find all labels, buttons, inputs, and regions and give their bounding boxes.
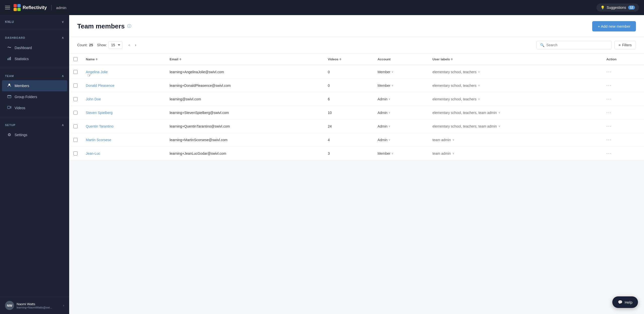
info-icon[interactable]: ⓘ bbox=[127, 24, 131, 29]
table-row: Angelina Jolie ☞ learning+AngelinaJolie@… bbox=[69, 65, 644, 79]
account-select[interactable]: Admin ∨ bbox=[378, 138, 424, 142]
labels-chevron-icon[interactable]: ∨ bbox=[478, 97, 480, 101]
logo-sq-green bbox=[17, 8, 21, 11]
show-select[interactable]: 10 15 25 50 bbox=[108, 41, 123, 49]
logo-sq-yellow bbox=[14, 8, 17, 11]
footer-user-info: Naomi Watts learning+NaomiWatts@swi... bbox=[17, 302, 61, 309]
labels-chevron-icon[interactable]: ∨ bbox=[498, 125, 500, 128]
sidebar-divider-1 bbox=[0, 30, 69, 30]
member-name-link[interactable]: Martin Scorsese bbox=[86, 138, 111, 142]
search-filter-row: 🔍 ≡ Filters bbox=[536, 41, 636, 49]
table-row: Martin Scorsese learning+MartinScorsese@… bbox=[69, 133, 644, 147]
labels-chevron-icon[interactable]: ∨ bbox=[478, 84, 480, 87]
row-videos-cell: 3 bbox=[324, 147, 374, 160]
row-checkbox[interactable] bbox=[73, 138, 77, 142]
suggestions-button[interactable]: 💡 Suggestions 12 bbox=[596, 4, 639, 12]
lightbulb-icon: 💡 bbox=[600, 6, 605, 10]
members-icon bbox=[7, 83, 12, 88]
account-chevron-icon: ∨ bbox=[388, 125, 390, 128]
action-menu-icon[interactable]: ··· bbox=[606, 151, 612, 156]
member-name-link[interactable]: Steven Spielberg bbox=[86, 111, 113, 115]
sort-user-labels[interactable]: User labels bbox=[432, 57, 598, 61]
sidebar-org-header[interactable]: KNLU ∨ bbox=[0, 18, 69, 26]
row-checkbox[interactable] bbox=[73, 70, 77, 74]
sidebar-item-settings[interactable]: ⚙ Settings bbox=[2, 129, 67, 140]
row-checkbox-cell bbox=[69, 79, 82, 92]
row-checkbox[interactable] bbox=[73, 97, 77, 101]
filters-button[interactable]: ≡ Filters bbox=[614, 41, 636, 49]
row-labels-cell: elementary school, teachers, team admin … bbox=[428, 106, 602, 120]
account-select[interactable]: Admin ∨ bbox=[378, 97, 424, 101]
help-button[interactable]: 💬 Help bbox=[612, 296, 638, 308]
org-name: KNLU bbox=[5, 20, 14, 24]
sidebar-item-members[interactable]: Members bbox=[2, 80, 67, 91]
labels-chevron-icon[interactable]: ∨ bbox=[452, 152, 454, 155]
member-name-link[interactable]: Jean-Luc bbox=[86, 151, 100, 155]
account-select[interactable]: Member ∨ bbox=[378, 84, 424, 88]
sort-videos[interactable]: Videos bbox=[328, 57, 370, 61]
chat-icon: 💬 bbox=[618, 300, 623, 304]
sidebar-item-dashboard[interactable]: 〜 Dashboard bbox=[2, 42, 67, 53]
row-checkbox[interactable] bbox=[73, 111, 77, 115]
labels-chevron-icon[interactable]: ∨ bbox=[478, 70, 480, 73]
table-row: Jean-Luc learning+JeanLucGodar@swivl.com… bbox=[69, 147, 644, 160]
sort-email[interactable]: Email bbox=[170, 57, 320, 61]
user-labels: elementary school, teachers, team admin … bbox=[432, 111, 598, 115]
add-new-member-button[interactable]: + Add new member bbox=[592, 21, 636, 31]
row-action-cell: ··· bbox=[602, 65, 644, 79]
row-email-cell: learning+QuentinTarantino@swivl.com bbox=[166, 120, 324, 133]
member-name-link[interactable]: Angelina Jolie bbox=[86, 70, 108, 74]
member-name-link[interactable]: John Doe bbox=[86, 97, 101, 101]
account-select[interactable]: Admin ∨ bbox=[378, 124, 424, 128]
row-checkbox-cell bbox=[69, 106, 82, 120]
action-menu-icon[interactable]: ··· bbox=[606, 96, 612, 101]
row-checkbox[interactable] bbox=[73, 124, 77, 128]
row-action-cell: ··· bbox=[602, 120, 644, 133]
topbar-left: Reflectivity admin bbox=[5, 4, 66, 11]
hamburger-menu-icon[interactable] bbox=[5, 6, 10, 9]
member-name-link[interactable]: Donald Pleasence bbox=[86, 84, 114, 88]
logo-wrapper: Reflectivity bbox=[14, 4, 47, 11]
action-menu-icon[interactable]: ··· bbox=[606, 137, 612, 142]
member-name-link[interactable]: Quentin Tarantino bbox=[86, 124, 113, 128]
row-account-cell: Admin ∨ bbox=[374, 133, 428, 147]
sort-name[interactable]: Name bbox=[86, 57, 162, 61]
row-checkbox-cell bbox=[69, 120, 82, 133]
sidebar-item-statistics[interactable]: Statistics bbox=[2, 53, 67, 64]
sidebar-footer[interactable]: NW Naomi Watts learning+NaomiWatts@swi..… bbox=[0, 297, 69, 314]
row-email-cell: learning+MartinScorsese@swivl.com bbox=[166, 133, 324, 147]
sidebar-item-videos[interactable]: Videos bbox=[2, 102, 67, 113]
sort-user-labels-icon bbox=[451, 58, 453, 60]
account-select[interactable]: Member ∨ bbox=[378, 151, 424, 155]
topbar-right: 💡 Suggestions 12 bbox=[596, 4, 639, 12]
account-value: Member bbox=[378, 70, 390, 74]
search-input[interactable] bbox=[546, 43, 608, 47]
labels-value: elementary school, teachers bbox=[432, 70, 476, 74]
action-menu-icon[interactable]: ··· bbox=[606, 83, 612, 88]
row-checkbox[interactable] bbox=[73, 151, 77, 155]
table-row: John Doe learning@swivl.com 6 Admin ∨ el… bbox=[69, 92, 644, 106]
row-checkbox[interactable] bbox=[73, 84, 77, 88]
action-menu-icon[interactable]: ··· bbox=[606, 124, 612, 129]
action-menu-icon[interactable]: ··· bbox=[606, 69, 612, 74]
prev-page-button[interactable]: ‹ bbox=[127, 42, 132, 48]
next-page-button[interactable]: › bbox=[133, 42, 138, 48]
sidebar-dashboard-header[interactable]: DASHBOARD ∧ bbox=[0, 33, 69, 42]
team-chevron-icon: ∧ bbox=[62, 74, 64, 78]
search-box[interactable]: 🔍 bbox=[536, 41, 612, 49]
row-account-cell: Member ∨ bbox=[374, 79, 428, 92]
row-videos-cell: 24 bbox=[324, 120, 374, 133]
sidebar-team-header[interactable]: TEAM ∧ bbox=[0, 72, 69, 80]
account-select[interactable]: Admin ∨ bbox=[378, 111, 424, 115]
labels-chevron-icon[interactable]: ∨ bbox=[498, 111, 500, 114]
action-menu-icon[interactable]: ··· bbox=[606, 110, 612, 115]
sidebar-team-section: TEAM ∧ Members Group Folders Videos bbox=[0, 69, 69, 116]
sidebar-item-group-folders[interactable]: Group Folders bbox=[2, 91, 67, 102]
select-all-checkbox[interactable] bbox=[73, 57, 77, 61]
row-email-cell: learning+DonaldPleasence@swivl.com bbox=[166, 79, 324, 92]
row-labels-cell: elementary school, teachers ∨ bbox=[428, 65, 602, 79]
labels-chevron-icon[interactable]: ∨ bbox=[452, 138, 454, 141]
sidebar-setup-header[interactable]: SETUP ∧ bbox=[0, 121, 69, 129]
sidebar-item-label-members: Members bbox=[15, 84, 29, 88]
account-select[interactable]: Member ∨ bbox=[378, 70, 424, 74]
